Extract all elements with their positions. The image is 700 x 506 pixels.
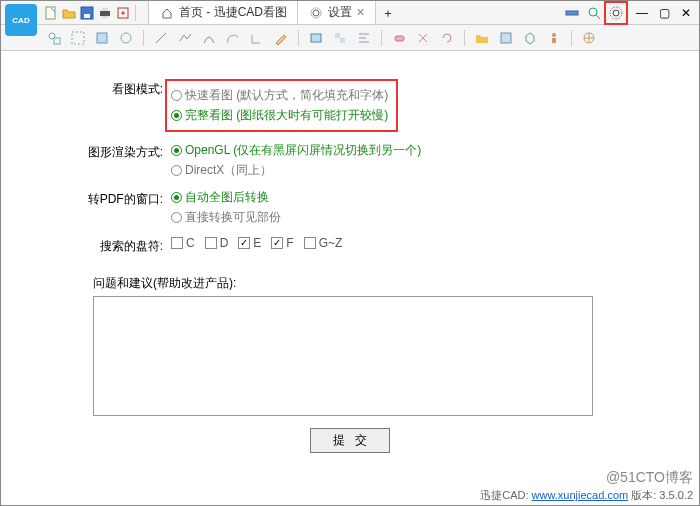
figure-icon[interactable] — [545, 29, 563, 47]
footer: 迅捷CAD: www.xunjiecad.com 版本: 3.5.0.2 — [480, 488, 693, 503]
svg-rect-0 — [46, 7, 55, 19]
render-directx[interactable]: DirectX（同上） — [171, 162, 421, 179]
maximize-icon[interactable]: ▢ — [655, 4, 673, 22]
svg-point-7 — [313, 10, 319, 16]
feedback-label: 问题和建议(帮助改进产品): — [93, 275, 659, 292]
svg-rect-21 — [335, 33, 340, 38]
globe-icon[interactable] — [580, 29, 598, 47]
svg-rect-4 — [102, 8, 108, 11]
blocks-icon[interactable] — [331, 29, 349, 47]
tab-label: 设置 — [328, 4, 352, 21]
tab-settings[interactable]: 设置 ✕ — [298, 1, 376, 24]
line-tool-icon[interactable] — [152, 29, 170, 47]
home-icon — [159, 5, 175, 21]
eraser-icon[interactable] — [390, 29, 408, 47]
svg-rect-5 — [102, 16, 108, 18]
settings-panel: 看图模式: 快速看图 (默认方式，简化填充和字体) 完整看图 (图纸很大时有可能… — [1, 51, 699, 505]
drive-d[interactable]: D — [205, 236, 229, 250]
drive-c[interactable]: C — [171, 236, 195, 250]
angle-tool-icon[interactable] — [248, 29, 266, 47]
drive-gz[interactable]: G~Z — [304, 236, 343, 250]
toolbar — [1, 25, 699, 51]
svg-rect-24 — [501, 33, 511, 43]
view-mode-fast[interactable]: 快速看图 (默认方式，简化填充和字体) — [171, 87, 388, 104]
submit-button[interactable]: 提交 — [310, 428, 390, 453]
pencil-icon[interactable] — [272, 29, 290, 47]
open-folder-icon[interactable] — [61, 5, 77, 21]
drive-e[interactable]: E — [238, 236, 261, 250]
pdf-visible[interactable]: 直接转换可见部份 — [171, 209, 281, 226]
footer-link[interactable]: www.xunjiecad.com — [532, 489, 629, 501]
titlebar: 首页 - 迅捷CAD看图 设置 ✕ ＋ — ▢ ✕ — [1, 1, 699, 25]
svg-rect-3 — [100, 11, 110, 16]
gear-icon — [308, 5, 324, 21]
tabstrip: 首页 - 迅捷CAD看图 设置 ✕ ＋ — [148, 1, 561, 24]
pdf-auto[interactable]: 自动全图后转换 — [171, 189, 281, 206]
feedback-textarea[interactable] — [93, 296, 593, 416]
svg-point-12 — [613, 10, 619, 16]
drive-f[interactable]: F — [271, 236, 293, 250]
ruler-icon[interactable] — [563, 4, 581, 22]
svg-point-10 — [589, 8, 597, 16]
zoom-window-icon[interactable] — [45, 29, 63, 47]
svg-rect-20 — [311, 34, 321, 42]
folder-icon[interactable] — [473, 29, 491, 47]
svg-line-19 — [156, 33, 166, 43]
app-logo-icon: CAD — [5, 4, 37, 36]
cut-icon[interactable] — [414, 29, 432, 47]
svg-point-18 — [121, 33, 131, 43]
polyline-tool-icon[interactable] — [176, 29, 194, 47]
tab-label: 首页 - 迅捷CAD看图 — [179, 4, 287, 21]
zoom-extent-icon[interactable] — [93, 29, 111, 47]
view-mode-full[interactable]: 完整看图 (图纸很大时有可能打开较慢) — [171, 107, 388, 124]
magnify-icon[interactable] — [585, 4, 603, 22]
view-mode-label: 看图模式: — [41, 79, 171, 98]
export-dwg-icon[interactable] — [497, 29, 515, 47]
zoom-region-icon[interactable] — [69, 29, 87, 47]
svg-line-11 — [596, 15, 600, 19]
render-label: 图形渲染方式: — [41, 142, 171, 161]
render-opengl[interactable]: OpenGL (仅在有黑屏闪屏情况切换到另一个) — [171, 142, 421, 159]
pdf-label: 转PDF的窗口: — [41, 189, 171, 208]
svg-rect-22 — [340, 38, 345, 43]
minimize-icon[interactable]: — — [633, 4, 651, 22]
align-icon[interactable] — [355, 29, 373, 47]
svg-point-13 — [610, 7, 622, 19]
3d-icon[interactable] — [521, 29, 539, 47]
svg-point-25 — [552, 33, 556, 37]
svg-rect-16 — [72, 32, 84, 44]
layer-icon[interactable] — [307, 29, 325, 47]
tab-home[interactable]: 首页 - 迅捷CAD看图 — [148, 1, 298, 24]
svg-rect-9 — [566, 11, 578, 15]
svg-rect-23 — [395, 36, 404, 41]
svg-rect-2 — [84, 14, 90, 18]
print-icon[interactable] — [97, 5, 113, 21]
zoom-1to1-icon[interactable] — [117, 29, 135, 47]
save-icon[interactable] — [79, 5, 95, 21]
settings-gear-icon[interactable] — [607, 4, 625, 22]
curve-tool-icon[interactable] — [200, 29, 218, 47]
export-icon[interactable] — [115, 5, 131, 21]
add-tab-icon[interactable]: ＋ — [380, 5, 396, 21]
drives-label: 搜索的盘符: — [41, 236, 171, 255]
view-mode-highlight: 快速看图 (默认方式，简化填充和字体) 完整看图 (图纸很大时有可能打开较慢) — [165, 79, 398, 132]
new-file-icon[interactable] — [43, 5, 59, 21]
rotate-icon[interactable] — [438, 29, 456, 47]
close-window-icon[interactable]: ✕ — [677, 4, 695, 22]
svg-rect-17 — [97, 33, 107, 43]
watermark: @51CTO博客 — [606, 469, 693, 487]
arc-tool-icon[interactable] — [224, 29, 242, 47]
close-tab-icon[interactable]: ✕ — [356, 6, 365, 19]
svg-rect-15 — [54, 38, 60, 44]
